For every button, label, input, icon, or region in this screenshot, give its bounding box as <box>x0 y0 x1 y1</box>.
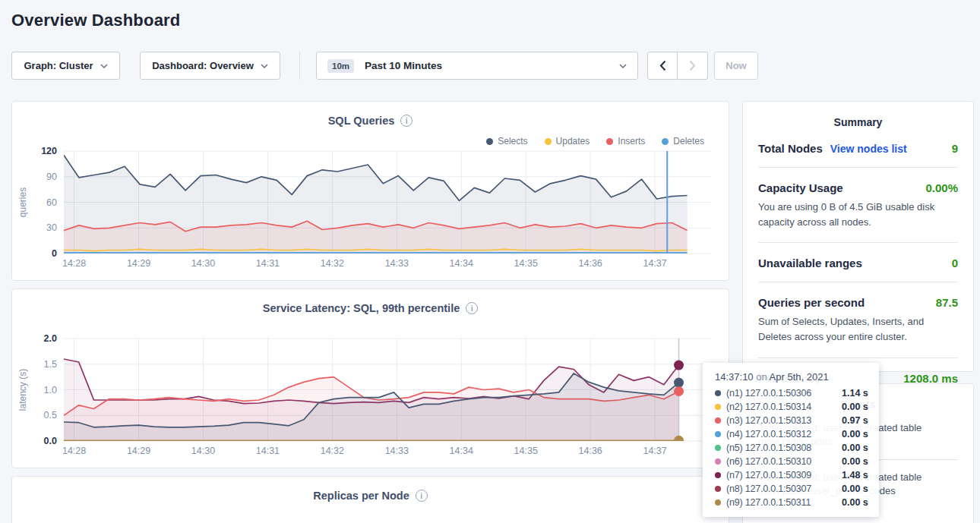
divider <box>758 167 958 168</box>
svg-text:14:28: 14:28 <box>62 446 86 456</box>
tooltip-node-row: (n4) 127.0.0.1:503120.00 s <box>715 427 868 441</box>
info-icon[interactable] <box>416 490 428 502</box>
svg-text:14:37: 14:37 <box>643 258 666 269</box>
info-icon[interactable] <box>466 302 478 314</box>
svg-text:14:34: 14:34 <box>450 258 473 269</box>
replicas-chart-card: Replicas per Node <box>11 476 729 523</box>
capacity-usage-value: 0.00% <box>925 181 958 194</box>
svg-text:14:29: 14:29 <box>127 446 150 456</box>
summary-title: Summary <box>758 116 958 128</box>
overview-dashboard-page: Overview Dashboard Graph: Cluster Dashbo… <box>0 0 980 523</box>
svg-text:14:31: 14:31 <box>256 446 280 456</box>
service-latency-chart-title: Service Latency: SQL, 99th percentile <box>263 302 460 314</box>
divider <box>758 282 958 282</box>
tooltip-on: on <box>754 371 770 383</box>
svg-text:1.5: 1.5 <box>44 359 57 370</box>
total-nodes-label: Total Nodes <box>758 142 823 155</box>
tooltip-time: 14:37:10 <box>715 371 754 383</box>
total-nodes-value: 9 <box>952 142 958 155</box>
tooltip-timestamp: 14:37:10 on Apr 5th, 2021 <box>715 371 868 383</box>
tooltip-node-row: (n3) 127.0.0.1:503130.97 s <box>715 414 868 427</box>
node-color-dot-icon <box>715 404 721 410</box>
graph-dropdown-label: Graph: Cluster <box>24 60 93 71</box>
divider <box>758 242 958 243</box>
view-nodes-list-link[interactable]: View nodes list <box>830 143 907 155</box>
info-icon[interactable] <box>400 115 413 127</box>
qps-label: Queries per second <box>758 296 865 309</box>
unavailable-ranges-label: Unavailable ranges <box>758 257 862 269</box>
svg-text:14:33: 14:33 <box>385 446 409 456</box>
sql-queries-chart[interactable]: 030609012014:2814:2914:3014:3114:3214:33… <box>12 145 711 273</box>
chevron-right-icon <box>689 60 696 71</box>
svg-text:14:28: 14:28 <box>62 258 86 269</box>
now-button[interactable]: Now <box>714 52 758 80</box>
svg-text:14:34: 14:34 <box>450 446 473 456</box>
svg-text:14:33: 14:33 <box>385 258 409 269</box>
svg-text:14:29: 14:29 <box>127 258 150 269</box>
tooltip-date: Apr 5th, 2021 <box>770 371 829 383</box>
summary-panel: Summary Total Nodes View nodes list 9 Ca… <box>742 101 974 372</box>
node-color-dot-icon <box>715 499 721 506</box>
svg-text:14:36: 14:36 <box>579 446 602 456</box>
legend-dot-icon <box>606 138 613 145</box>
svg-text:14:32: 14:32 <box>321 446 344 456</box>
node-color-dot-icon <box>715 445 721 451</box>
svg-text:14:31: 14:31 <box>256 258 280 269</box>
qps-desc: Sum of Selects, Updates, Inserts, and De… <box>758 314 958 345</box>
time-prev-button[interactable] <box>647 52 678 80</box>
svg-text:14:32: 14:32 <box>321 258 344 269</box>
svg-text:14:30: 14:30 <box>191 446 215 456</box>
qps-value: 87.5 <box>936 296 958 309</box>
svg-text:1.0: 1.0 <box>44 385 57 395</box>
svg-text:90: 90 <box>46 172 57 182</box>
sql-queries-chart-title: SQL Queries <box>328 115 395 127</box>
dashboard-dropdown-label: Dashboard: Overview <box>152 60 254 71</box>
chevron-down-icon <box>100 64 108 68</box>
svg-text:30: 30 <box>46 222 57 233</box>
chevron-down-icon <box>619 64 627 68</box>
legend-dot-icon <box>545 138 552 145</box>
node-color-dot-icon <box>715 390 721 396</box>
tooltip-node-row: (n6) 127.0.0.1:503100.00 s <box>715 455 868 468</box>
capacity-usage-label: Capacity Usage <box>758 181 843 194</box>
chart-hover-tooltip: 14:37:10 on Apr 5th, 2021 (n1) 127.0.0.1… <box>703 363 879 517</box>
tooltip-node-row: (n7) 127.0.0.1:503091.48 s <box>715 468 868 482</box>
tooltip-rows: (n1) 127.0.0.1:503061.14 s(n2) 127.0.0.1… <box>715 386 868 509</box>
svg-text:0: 0 <box>52 248 57 259</box>
service-latency-chart[interactable]: 0.00.51.01.52.014:2814:2914:3014:3114:32… <box>12 332 711 461</box>
page-title: Overview Dashboard <box>11 11 180 30</box>
node-color-dot-icon <box>715 431 721 437</box>
svg-text:14:36: 14:36 <box>579 258 602 269</box>
svg-text:60: 60 <box>46 197 57 208</box>
svg-text:latency (s): latency (s) <box>17 369 28 411</box>
time-range-label: Past 10 Minutes <box>365 60 619 71</box>
tooltip-node-row: (n8) 127.0.0.1:503070.00 s <box>715 482 868 496</box>
tooltip-node-row: (n5) 127.0.0.1:503080.00 s <box>715 441 868 455</box>
time-range-dropdown[interactable]: 10m Past 10 Minutes <box>316 52 638 80</box>
time-next-button[interactable] <box>678 52 708 80</box>
tooltip-node-row: (n2) 127.0.0.1:503140.00 s <box>715 400 868 414</box>
svg-text:120: 120 <box>41 146 57 156</box>
svg-text:0.0: 0.0 <box>44 436 57 446</box>
toolbar-separator <box>299 52 300 80</box>
legend-dot-icon <box>662 138 669 145</box>
svg-text:2.0: 2.0 <box>44 333 57 344</box>
svg-text:0.5: 0.5 <box>44 410 57 421</box>
svg-text:14:35: 14:35 <box>514 258 538 269</box>
unavailable-ranges-value: 0 <box>952 257 958 269</box>
graph-dropdown[interactable]: Graph: Cluster <box>11 52 120 80</box>
legend-dot-icon <box>486 138 493 145</box>
node-color-dot-icon <box>715 472 721 478</box>
tooltip-node-row: (n9) 127.0.0.1:503110.00 s <box>715 496 868 509</box>
svg-text:14:30: 14:30 <box>191 258 215 269</box>
p99-latency-value: 1208.0 ms <box>903 372 958 385</box>
node-color-dot-icon <box>715 417 721 424</box>
divider <box>758 358 958 358</box>
svg-text:14:35: 14:35 <box>514 446 538 456</box>
svg-text:14:37: 14:37 <box>643 446 666 456</box>
svg-text:queries: queries <box>17 187 28 217</box>
node-color-dot-icon <box>715 486 721 492</box>
chevron-left-icon <box>659 60 666 71</box>
dashboard-dropdown[interactable]: Dashboard: Overview <box>140 52 280 80</box>
chevron-down-icon <box>261 64 268 68</box>
